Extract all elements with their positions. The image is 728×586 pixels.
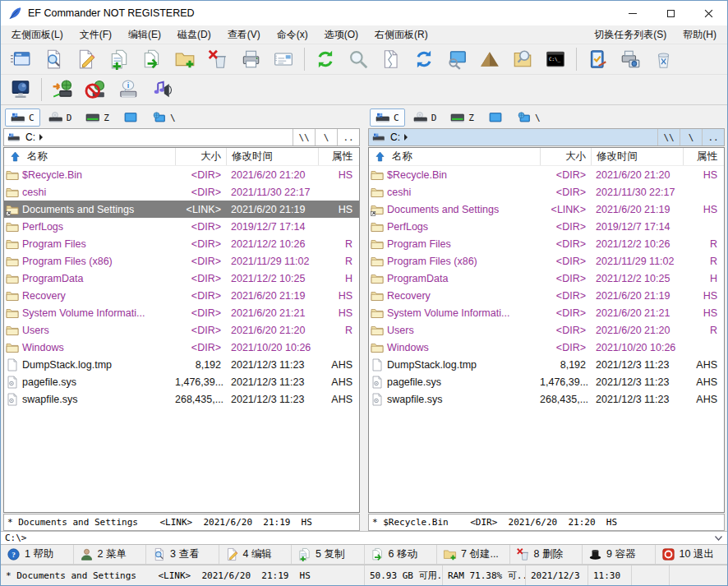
f2-menu-button[interactable]: 2 菜单	[74, 545, 147, 564]
file-row[interactable]: ProgramData<DIR>2021/12/2 10:25H	[369, 270, 724, 287]
right-drive-tab-d[interactable]: D	[408, 108, 443, 127]
file-row[interactable]: System Volume Informati...<DIR>2021/6/20…	[4, 304, 359, 321]
new-folder-button[interactable]	[168, 46, 201, 72]
f7-create-button[interactable]: 7 创建...	[437, 545, 510, 564]
file-row[interactable]: Documents and Settings<LINK>2021/6/20 21…	[369, 201, 724, 218]
new-panel-button[interactable]	[4, 46, 37, 72]
f4-edit-button[interactable]: 4 编辑	[219, 545, 293, 564]
history-dropdown-icon[interactable]	[714, 535, 723, 542]
f10-exit-button[interactable]: 10 退出	[656, 545, 728, 564]
right-drive-tab-network[interactable]: \	[511, 108, 546, 127]
path-expand-icon[interactable]	[404, 134, 408, 141]
file-row[interactable]: Users<DIR>2021/6/20 21:20R	[369, 321, 724, 339]
print-capture-button[interactable]	[614, 46, 647, 72]
menu-switch-task-list[interactable]: 切换任务列表(S)	[586, 25, 675, 44]
menu-left-panel[interactable]: 左侧面板(L)	[3, 25, 71, 44]
right-column-header-name[interactable]: 名称	[369, 148, 540, 165]
left-drive-tab-network[interactable]: \	[146, 108, 182, 127]
path-expand-icon[interactable]	[39, 134, 43, 141]
menu-edit[interactable]: 编辑(E)	[120, 25, 169, 44]
right-parent-dir-button[interactable]: ..	[702, 129, 724, 145]
file-row[interactable]: Program Files (x86)<DIR>2021/11/29 11:02…	[369, 252, 724, 270]
file-row[interactable]: Recovery<DIR>2021/6/20 21:19HS	[4, 287, 359, 304]
edit-file-button[interactable]	[70, 46, 103, 72]
left-column-header-name[interactable]: 名称	[4, 148, 175, 165]
right-column-header-modified[interactable]: 修改时间	[591, 148, 683, 165]
right-drive-tab-desktop[interactable]	[482, 108, 509, 127]
right-path-bar[interactable]: C:\\\..	[368, 128, 725, 146]
left-root-button[interactable]: \	[315, 129, 337, 145]
left-parent-dir-button[interactable]: ..	[337, 129, 359, 145]
file-row[interactable]: Documents and Settings<LINK>2021/6/20 21…	[4, 201, 359, 218]
f6-move-button[interactable]: 6 移动	[365, 545, 438, 564]
left-drive-tab-c[interactable]: C	[5, 108, 40, 127]
f1-help-button[interactable]: ?1 帮助	[1, 545, 74, 564]
left-drive-tab-desktop[interactable]	[117, 108, 144, 127]
pack-button[interactable]	[473, 46, 506, 72]
map-network-drive-button[interactable]	[46, 76, 79, 103]
right-column-header-attributes[interactable]: 属性	[683, 148, 724, 165]
file-row[interactable]: Windows<DIR>2021/10/20 10:26	[4, 339, 359, 356]
computer-button[interactable]	[4, 76, 37, 103]
left-drive-tab-z[interactable]: Z	[80, 108, 115, 127]
menu-view[interactable]: 查看(V)	[219, 25, 269, 44]
view-file-button[interactable]	[37, 46, 70, 72]
file-row[interactable]: Users<DIR>2021/6/20 21:20R	[4, 321, 359, 339]
file-row[interactable]: ceshi<DIR>2021/11/30 22:17	[369, 183, 724, 201]
menu-file[interactable]: 文件(F)	[71, 25, 120, 44]
copy-button[interactable]	[103, 46, 136, 72]
left-drive-tab-d[interactable]: D	[43, 108, 78, 127]
file-row[interactable]: Program Files<DIR>2021/12/2 10:26R	[4, 235, 359, 252]
reload-panels-button[interactable]	[408, 46, 440, 72]
command-prompt-button[interactable]: C:\_	[539, 46, 572, 72]
file-row[interactable]: PerfLogs<DIR>2019/12/7 17:14	[369, 218, 724, 235]
right-network-root-button[interactable]: \\	[657, 129, 680, 145]
quick-view-button[interactable]	[440, 46, 473, 72]
file-row[interactable]: ceshi<DIR>2021/11/30 22:17	[4, 183, 359, 201]
menu-disk[interactable]: 磁盘(D)	[169, 25, 219, 44]
f5-copy-button[interactable]: 5 复制	[292, 545, 365, 564]
recycle-bin-button[interactable]	[647, 46, 680, 72]
f9-container-button[interactable]: 9 容器	[583, 545, 656, 564]
minimize-button[interactable]	[614, 1, 652, 25]
right-root-button[interactable]: \	[680, 129, 702, 145]
properties-button[interactable]	[267, 46, 300, 72]
delete-button[interactable]	[201, 46, 234, 72]
file-row[interactable]: swapfile.sys268,435,...2021/12/3 11:23AH…	[4, 390, 359, 408]
close-button[interactable]	[689, 1, 727, 25]
drive-info-button[interactable]: i	[112, 76, 145, 103]
file-row[interactable]: Recovery<DIR>2021/6/20 21:19HS	[369, 287, 724, 304]
menu-options[interactable]: 选项(O)	[316, 25, 366, 44]
file-row[interactable]: Program Files<DIR>2021/12/2 10:26R	[369, 235, 724, 252]
options-button[interactable]	[581, 46, 614, 72]
left-column-header-attributes[interactable]: 属性	[318, 148, 359, 165]
left-network-root-button[interactable]: \\	[293, 129, 315, 145]
left-column-header-modified[interactable]: 修改时间	[226, 148, 318, 165]
file-row[interactable]: swapfile.sys268,435,...2021/12/3 11:23AH…	[369, 390, 724, 408]
left-path-bar[interactable]: C:\\\..	[3, 128, 360, 146]
disconnect-network-drive-button[interactable]	[79, 76, 112, 103]
split-file-button[interactable]	[375, 46, 408, 72]
file-row[interactable]: PerfLogs<DIR>2019/12/7 17:14	[4, 218, 359, 235]
file-row[interactable]: pagefile.sys1,476,39...2021/12/3 11:23AH…	[369, 373, 724, 390]
file-row[interactable]: DumpStack.log.tmp8,1922021/12/3 11:23AHS	[369, 356, 724, 373]
right-drive-tab-z[interactable]: Z	[445, 108, 480, 127]
left-column-header-size[interactable]: 大小	[175, 148, 226, 165]
refresh-button[interactable]	[309, 46, 342, 72]
print-button[interactable]	[234, 46, 267, 72]
right-column-header-size[interactable]: 大小	[540, 148, 591, 165]
file-row[interactable]: pagefile.sys1,476,39...2021/12/3 11:23AH…	[4, 373, 359, 390]
file-row[interactable]: System Volume Informati...<DIR>2021/6/20…	[369, 304, 724, 321]
f8-delete-button[interactable]: 8 删除	[510, 545, 583, 564]
file-row[interactable]: Program Files (x86)<DIR>2021/11/29 11:02…	[4, 252, 359, 270]
audio-cd-button[interactable]	[145, 76, 177, 103]
file-row[interactable]: $Recycle.Bin<DIR>2021/6/20 21:20HS	[369, 166, 724, 183]
find-in-folder-button[interactable]	[506, 46, 539, 72]
menu-right-panel[interactable]: 右侧面板(R)	[366, 25, 436, 44]
menu-command[interactable]: 命令(x)	[269, 25, 316, 44]
maximize-button[interactable]	[652, 1, 689, 25]
move-button[interactable]	[136, 46, 168, 72]
right-drive-tab-c[interactable]: C	[370, 108, 405, 127]
command-line[interactable]: C:\>	[1, 531, 727, 545]
menu-help[interactable]: 帮助(H)	[675, 25, 725, 44]
